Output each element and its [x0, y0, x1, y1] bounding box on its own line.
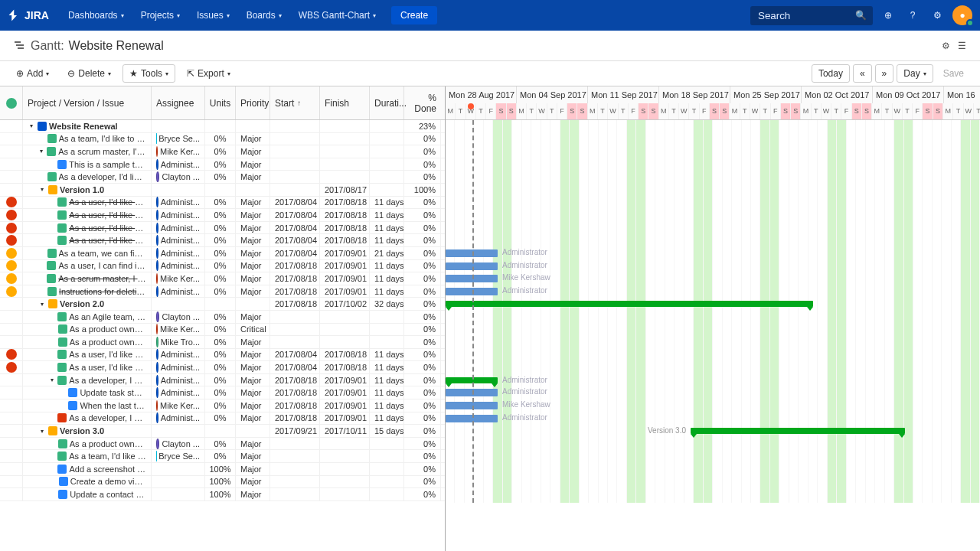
table-row[interactable]: As a team, I'd like to com...Bryce Se...… — [0, 133, 445, 146]
table-row[interactable]: As an Agile team, I'd lik...Clayton ...0… — [0, 311, 445, 324]
table-row[interactable]: Instructions for deleting t...Administ..… — [0, 285, 445, 298]
gantt-pane: Mon 28 Aug 2017Mon 04 Sep 2017Mon 11 Sep… — [446, 86, 980, 551]
sort-asc-icon: ↑ — [297, 99, 301, 107]
story-icon — [47, 287, 57, 296]
story-icon — [47, 249, 57, 258]
add-button[interactable]: ⊕Add▾ — [9, 64, 56, 83]
week-header: Mon 25 Sep 2017 — [730, 86, 802, 103]
today-line — [472, 120, 474, 503]
gantt-bar[interactable]: Administrator — [446, 389, 498, 396]
table-row[interactable]: As a user, I'd like a hist...Administ...… — [0, 361, 445, 374]
nav-projects[interactable]: Projects▾ — [133, 7, 188, 24]
table-row[interactable]: As a team, we can finish t...Administ...… — [0, 247, 445, 260]
story-icon — [57, 236, 67, 245]
story-icon — [47, 147, 56, 156]
col-assignee[interactable]: Assignee — [152, 86, 205, 119]
table-row[interactable]: As a user, I'd like a hist...Administ...… — [0, 209, 445, 222]
page-type: Gantt: — [31, 39, 64, 53]
table-row[interactable]: As a product owner, I'...Mike Tro...0%Ma… — [0, 336, 445, 349]
table-row[interactable]: Add a screenshot to th...100%Major0% — [0, 463, 445, 476]
col-done[interactable]: % Done — [404, 86, 441, 119]
save-button[interactable]: Save — [936, 64, 971, 83]
table-row[interactable]: As a product owner, I'...Clayton ...0%Ma… — [0, 438, 445, 451]
story-icon — [47, 172, 57, 181]
table-row[interactable]: As a user, I'd like a hist...Administ...… — [0, 222, 445, 235]
export-button[interactable]: ⇱Export▾ — [180, 64, 237, 83]
gantt-bar[interactable]: Mike Kershaw — [446, 402, 498, 409]
table-row[interactable]: As a user, I'd like a hist...Administ...… — [0, 234, 445, 247]
story-icon — [47, 274, 56, 283]
table-row[interactable]: ▾Version 2.02017/08/182017/10/0232 days0… — [0, 298, 445, 311]
col-name[interactable]: Project / Version / Issue — [23, 86, 152, 119]
gantt-body[interactable]: AdministratorAdministratorMike KershawAd… — [446, 120, 980, 503]
page-settings-icon[interactable]: ⚙ — [942, 41, 950, 51]
gantt-bar[interactable]: Administrator — [446, 249, 498, 257]
col-units[interactable]: Units — [205, 86, 236, 119]
gantt-bar[interactable]: Version 3.0 — [691, 428, 905, 434]
table-row[interactable]: ▾Website Renewal23% — [0, 120, 445, 133]
avatar[interactable]: ● — [952, 5, 972, 25]
story-icon — [57, 376, 67, 385]
subtask-icon — [68, 401, 77, 410]
page-title: Website Renewal — [69, 39, 164, 53]
gantt-bar[interactable]: Administrator — [446, 415, 498, 422]
table-row[interactable]: ▾Version 3.02017/09/212017/10/1115 days0… — [0, 425, 445, 438]
tools-button[interactable]: ★Tools▾ — [122, 64, 175, 83]
nav-dashboards[interactable]: Dashboards▾ — [60, 7, 132, 24]
table-row[interactable]: As a team, I'd like to es...Bryce Se...0… — [0, 450, 445, 463]
search-icon[interactable]: 🔍 — [855, 10, 867, 21]
table-row[interactable]: As a user, I can find impor...Administ..… — [0, 260, 445, 273]
main: Project / Version / Issue Assignee Units… — [0, 86, 980, 551]
table-row[interactable]: Update a contact form100%Major0% — [0, 488, 445, 501]
col-priority[interactable]: Priority — [236, 86, 270, 119]
nav-wbs[interactable]: WBS Gantt-Chart▾ — [291, 7, 384, 24]
col-start[interactable]: Start↑ — [270, 86, 320, 119]
gantt-bar[interactable]: Mike Kershaw — [446, 275, 498, 282]
grid-header: Project / Version / Issue Assignee Units… — [0, 86, 445, 120]
gantt-bar[interactable] — [446, 301, 813, 307]
grid-body: ▾Website Renewal23%As a team, I'd like t… — [0, 120, 445, 501]
table-row[interactable]: Update task status ...Administ...0%Major… — [0, 386, 445, 399]
gantt-bar[interactable]: Administrator — [446, 288, 498, 295]
today-button[interactable]: Today — [812, 64, 850, 83]
story-icon — [57, 350, 67, 359]
week-header: Mon 16 — [944, 86, 980, 103]
table-row[interactable]: ▾Version 1.02017/08/17100% — [0, 184, 445, 197]
proj-icon — [38, 122, 47, 131]
story-icon — [58, 439, 67, 448]
prev-button[interactable]: « — [853, 64, 872, 83]
gantt-bar[interactable]: Administrator — [446, 262, 498, 270]
page-menu-icon[interactable]: ☰ — [958, 41, 966, 51]
table-row[interactable]: Create a demo video100%Major0% — [0, 476, 445, 489]
create-button[interactable]: Create — [391, 6, 437, 24]
gantt-bar[interactable]: Administrator — [446, 377, 498, 383]
table-row[interactable]: As a scrum master, I can s...Mike Ker...… — [0, 272, 445, 285]
svg-rect-2 — [18, 47, 24, 49]
table-row[interactable]: ▾As a scrum master, I'd like ...Mike Ker… — [0, 145, 445, 158]
col-duration[interactable]: Durati... — [370, 86, 404, 119]
col-status[interactable] — [0, 86, 23, 119]
feedback-icon[interactable]: ⊕ — [879, 6, 897, 24]
story-icon — [57, 312, 67, 321]
table-row[interactable]: As a product owner, I'...Mike Ker...0%Cr… — [0, 324, 445, 337]
table-row[interactable]: As a developer, I'd like to ...Clayton .… — [0, 171, 445, 184]
story-icon — [57, 197, 67, 207]
settings-icon[interactable]: ⚙ — [928, 6, 946, 24]
search-input[interactable] — [750, 6, 873, 25]
table-row[interactable]: As a user, I'd like a hist...Administ...… — [0, 349, 445, 362]
next-button[interactable]: » — [875, 64, 894, 83]
zoom-button[interactable]: Day▾ — [897, 64, 933, 83]
nav-boards[interactable]: Boards▾ — [239, 7, 289, 24]
table-row[interactable]: As a user, I'd like a hist...Administ...… — [0, 197, 445, 210]
table-row[interactable]: When the last task ...Mike Ker...0%Major… — [0, 399, 445, 412]
grid-pane: Project / Version / Issue Assignee Units… — [0, 86, 446, 551]
nav-issues[interactable]: Issues▾ — [189, 7, 237, 24]
col-finish[interactable]: Finish — [320, 86, 370, 119]
table-row[interactable]: ▾As a developer, I can u...Administ...0%… — [0, 374, 445, 387]
timeline-header: Mon 28 Aug 2017Mon 04 Sep 2017Mon 11 Sep… — [446, 86, 980, 120]
table-row[interactable]: This is a sample task. T...Administ...0%… — [0, 158, 445, 171]
help-icon[interactable]: ? — [903, 6, 922, 24]
logo[interactable]: JIRA — [8, 8, 49, 22]
delete-button[interactable]: ⊖Delete▾ — [60, 64, 118, 83]
table-row[interactable]: As a developer, I can u...Administ...0%M… — [0, 412, 445, 425]
